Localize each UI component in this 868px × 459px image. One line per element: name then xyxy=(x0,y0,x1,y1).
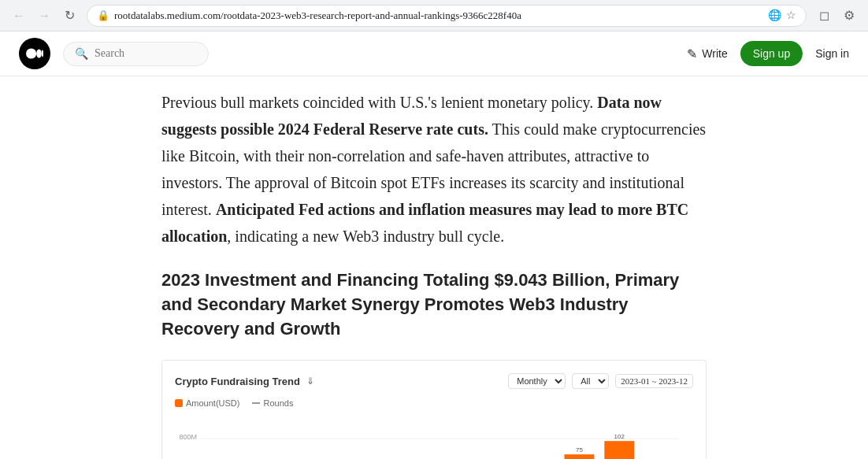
nav-buttons: ← → ↻ xyxy=(8,5,80,27)
svg-point-0 xyxy=(26,48,36,58)
logo-icon xyxy=(19,38,50,69)
search-bar[interactable]: 🔍 Search xyxy=(63,42,209,66)
svg-text:102: 102 xyxy=(614,434,625,441)
chart-title-row: Crypto Fundraising Trend ⇓ xyxy=(175,376,314,387)
chart-svg: 0 200M 400M 600M 800M 101 2023-01 xyxy=(175,417,693,459)
category-select[interactable]: All xyxy=(572,373,609,389)
legend-rounds-color xyxy=(252,402,260,404)
para1-normal3: , indicating a new Web3 industry bull cy… xyxy=(227,228,504,245)
bar-oct xyxy=(564,455,594,459)
chrome-actions: ◻ ⚙ xyxy=(813,5,860,27)
header-actions: ✎ Write Sign up Sign in xyxy=(687,41,849,66)
svg-text:75: 75 xyxy=(576,447,583,454)
svg-point-2 xyxy=(42,50,43,57)
extensions-button[interactable]: ◻ xyxy=(813,5,835,27)
chart-svg-container: 0 200M 400M 600M 800M 101 2023-01 xyxy=(175,417,693,459)
legend-amount-label: Amount(USD) xyxy=(186,398,239,408)
legend-amount: Amount(USD) xyxy=(175,398,239,408)
legend-rounds: Rounds xyxy=(252,398,293,408)
write-button[interactable]: ✎ Write xyxy=(687,46,727,61)
chart-title: Crypto Fundraising Trend xyxy=(175,376,300,387)
star-icon[interactable]: ☆ xyxy=(786,9,796,22)
svg-text:800M: 800M xyxy=(179,434,196,442)
article-body: Previous bull markets coincided with U.S… xyxy=(161,89,707,250)
date-range: 2023-01 ~ 2023-12 xyxy=(615,374,693,388)
chart-legend: Amount(USD) Rounds xyxy=(175,398,693,408)
browser-chrome: ← → ↻ 🔒 rootdatalabs.medium.com/rootdata… xyxy=(0,0,868,31)
signin-button[interactable]: Sign in xyxy=(815,47,849,60)
profile-button[interactable]: ⚙ xyxy=(838,5,860,27)
back-button[interactable]: ← xyxy=(8,5,30,27)
legend-rounds-label: Rounds xyxy=(263,398,293,408)
chart-container: Crypto Fundraising Trend ⇓ Monthly All 2… xyxy=(161,360,707,459)
chart-header: Crypto Fundraising Trend ⇓ Monthly All 2… xyxy=(175,373,693,389)
write-icon: ✎ xyxy=(687,46,697,61)
search-icon: 🔍 xyxy=(75,47,88,61)
translate-icon: 🌐 xyxy=(768,9,781,22)
download-icon[interactable]: ⇓ xyxy=(306,376,314,387)
bar-nov xyxy=(604,442,634,459)
lock-icon: 🔒 xyxy=(97,9,109,22)
medium-header: 🔍 Search ✎ Write Sign up Sign in xyxy=(0,31,868,76)
forward-button[interactable]: → xyxy=(33,5,55,27)
write-label: Write xyxy=(702,47,727,60)
address-bar[interactable]: 🔒 rootdatalabs.medium.com/rootdata-2023-… xyxy=(87,5,807,27)
paragraph-1: Previous bull markets coincided with U.S… xyxy=(161,89,707,250)
url-text: rootdatalabs.medium.com/rootdata-2023-we… xyxy=(114,9,763,22)
chart-controls: Monthly All 2023-01 ~ 2023-12 xyxy=(508,373,693,389)
svg-point-1 xyxy=(36,50,42,58)
legend-amount-color xyxy=(175,399,183,407)
signup-button[interactable]: Sign up xyxy=(740,41,803,66)
search-placeholder: Search xyxy=(95,47,124,60)
main-content: Previous bull markets coincided with U.S… xyxy=(143,76,725,459)
monthly-select[interactable]: Monthly xyxy=(508,373,566,389)
section-heading: 2023 Investment and Financing Totaling $… xyxy=(161,268,707,341)
medium-logo[interactable] xyxy=(19,38,50,69)
reload-button[interactable]: ↻ xyxy=(58,5,80,27)
para1-normal1: Previous bull markets coincided with U.S… xyxy=(161,94,597,111)
